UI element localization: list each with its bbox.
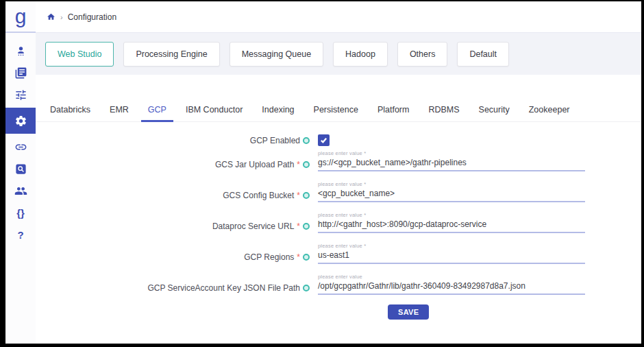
gcs-jar-upload-path-input[interactable]: gs://<gcp_bucket_name>/gathr-pipelines	[318, 158, 585, 171]
gcp-enabled-label: GCP Enabled	[250, 136, 300, 145]
sidebar-item-tune[interactable]	[5, 84, 36, 106]
gcp-serviceaccount-key-label: GCP ServiceAccount Key JSON File Path	[147, 283, 300, 293]
category-tabs: Web Studio Processing Engine Messaging Q…	[36, 33, 641, 75]
breadcrumb-separator: ›	[60, 13, 63, 21]
subtab-databricks[interactable]: Databricks	[40, 105, 100, 121]
gcs-config-bucket-label: GCS Config Bucket	[223, 191, 294, 200]
screenshot-frame: g {}	[0, 0, 644, 347]
gcp-regions-input[interactable]: us-east1	[318, 250, 585, 264]
service-subtabs: Databricks EMR GCP IBM Conductor Indexin…	[36, 105, 641, 122]
subtab-indexing[interactable]: Indexing	[252, 105, 304, 121]
sidebar-nav: {} ?	[5, 33, 36, 246]
braces-icon: {}	[16, 207, 25, 219]
subtab-platform[interactable]: Platform	[368, 105, 419, 121]
check-icon	[320, 136, 327, 144]
users-icon	[14, 184, 27, 198]
field-input-cell	[318, 134, 585, 146]
info-icon[interactable]	[303, 223, 310, 230]
tab-web-studio[interactable]: Web Studio	[45, 42, 114, 67]
info-icon[interactable]	[303, 161, 310, 168]
sidebar-item-settings[interactable]	[5, 108, 36, 134]
form-row-gcp-enabled: GCP Enabled	[36, 134, 641, 146]
save-button[interactable]: SAVE	[388, 304, 429, 320]
field-hint: please enter value	[318, 274, 585, 280]
gcp-serviceaccount-key-input[interactable]: /opt/gcpgathr/Gathr/lib/gathr-360409-834…	[318, 281, 585, 295]
sidebar-item-document-search[interactable]	[5, 158, 36, 180]
field-label: GCP Enabled	[36, 136, 310, 145]
gcs-config-bucket-input[interactable]: <gcp_bucket_name>	[318, 189, 585, 202]
info-icon[interactable]	[303, 285, 310, 291]
sidebar-item-library[interactable]	[5, 62, 36, 84]
sidebar-item-users[interactable]	[5, 180, 36, 202]
subtab-rdbms[interactable]: RDBMS	[419, 105, 469, 121]
field-label: Dataproc Service URL *	[36, 222, 310, 233]
required-asterisk: *	[297, 160, 300, 169]
home-icon[interactable]	[47, 12, 55, 21]
sidebar: g {}	[5, 1, 36, 344]
gcp-regions-label: GCP Regions	[244, 252, 294, 262]
subtab-emr[interactable]: EMR	[100, 105, 138, 121]
breadcrumb-current: Configuration	[68, 12, 116, 22]
field-input-cell: please enter value /opt/gcpgathr/Gathr/l…	[318, 274, 585, 295]
info-icon[interactable]	[303, 137, 310, 144]
subtab-persistence[interactable]: Persistence	[304, 105, 368, 121]
tab-others[interactable]: Others	[397, 42, 448, 67]
subtab-gcp[interactable]: GCP	[138, 105, 176, 121]
sidebar-item-braces[interactable]: {}	[5, 202, 36, 224]
field-input-cell: please enter value * us-east1	[318, 243, 585, 264]
field-hint: please enter value *	[318, 212, 585, 218]
sidebar-item-help[interactable]: ?	[5, 224, 36, 246]
help-icon: ?	[17, 229, 23, 241]
tab-processing-engine[interactable]: Processing Engine	[123, 42, 219, 67]
field-label: GCP Regions *	[36, 252, 310, 264]
gear-icon	[14, 115, 27, 128]
field-label: GCS Config Bucket *	[36, 191, 310, 202]
form-row-dataproc-service-url: Dataproc Service URL * please enter valu…	[36, 212, 641, 233]
sidebar-item-link[interactable]	[5, 136, 36, 158]
content-panel: Databricks EMR GCP IBM Conductor Indexin…	[36, 75, 641, 344]
header: › Configuration	[36, 1, 641, 33]
form-row-gcs-config-bucket: GCS Config Bucket * please enter value *…	[36, 181, 641, 202]
app-window: g {}	[5, 1, 641, 344]
field-hint: please enter value *	[318, 243, 585, 249]
main-column: › Configuration Web Studio Processing En…	[36, 1, 641, 344]
dataproc-service-url-label: Dataproc Service URL	[212, 222, 294, 231]
field-label: GCP ServiceAccount Key JSON File Path	[36, 283, 310, 295]
gcp-enabled-checkbox[interactable]	[318, 134, 330, 146]
document-search-icon	[14, 163, 27, 176]
tune-icon	[14, 88, 27, 101]
subtab-ibm-conductor[interactable]: IBM Conductor	[176, 105, 252, 121]
field-input-cell: please enter value * gs://<gcp_bucket_na…	[318, 150, 585, 171]
subtab-zookeeper[interactable]: Zookeeper	[519, 105, 580, 121]
link-icon	[14, 141, 27, 154]
user-icon	[14, 45, 27, 58]
form-row-gcs-jar-upload-path: GCS Jar Upload Path * please enter value…	[36, 150, 641, 171]
required-asterisk: *	[297, 191, 300, 200]
tab-hadoop[interactable]: Hadoop	[333, 42, 388, 67]
form-row-gcp-serviceaccount-key: GCP ServiceAccount Key JSON File Path pl…	[36, 274, 641, 295]
required-asterisk: *	[297, 222, 300, 230]
info-icon[interactable]	[303, 254, 310, 261]
gcs-jar-upload-path-label: GCS Jar Upload Path	[215, 160, 294, 169]
required-asterisk: *	[297, 253, 300, 261]
field-input-cell: please enter value * <gcp_bucket_name>	[318, 181, 585, 202]
tab-default[interactable]: Default	[457, 42, 509, 67]
info-icon[interactable]	[303, 192, 310, 199]
sidebar-item-user[interactable]	[5, 40, 36, 62]
library-icon	[14, 67, 27, 80]
breadcrumb: › Configuration	[47, 12, 116, 22]
field-hint: please enter value *	[318, 181, 585, 187]
gcp-config-form: GCP Enabled GCS Jar Upload Path *	[36, 134, 641, 320]
subtab-security[interactable]: Security	[469, 105, 519, 121]
form-row-gcp-regions: GCP Regions * please enter value * us-ea…	[36, 243, 641, 264]
dataproc-service-url-input[interactable]: http://<gathr_host>:8090/gcp-dataproc-se…	[318, 219, 585, 233]
field-hint: please enter value *	[318, 150, 585, 156]
field-input-cell: please enter value * http://<gathr_host>…	[318, 212, 585, 233]
save-row: SAVE	[36, 304, 641, 320]
field-label: GCS Jar Upload Path *	[36, 160, 310, 171]
tab-messaging-queue[interactable]: Messaging Queue	[230, 42, 323, 67]
gathr-logo[interactable]: g	[5, 1, 36, 33]
